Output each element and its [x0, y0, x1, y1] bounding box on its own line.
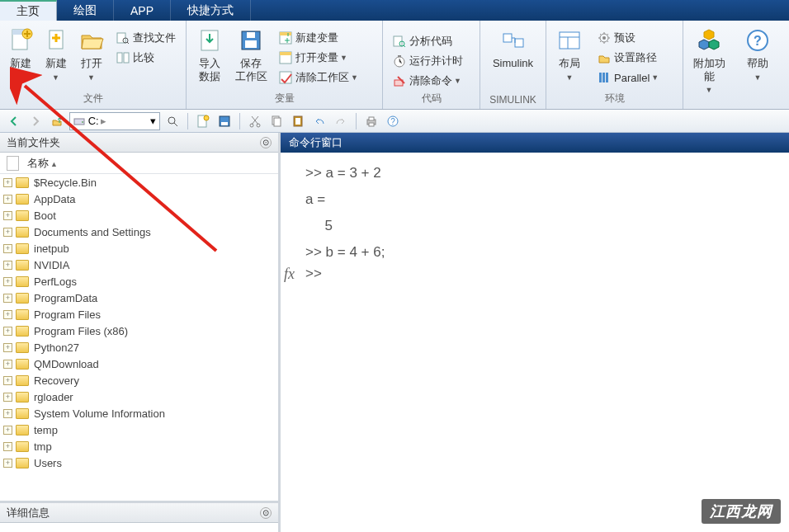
analyze-code-button[interactable]: 分析代码	[388, 32, 468, 50]
expand-icon[interactable]: +	[3, 294, 12, 303]
expand-icon[interactable]: +	[3, 459, 12, 468]
group-label-env: 环境	[546, 90, 683, 109]
folder-row[interactable]: +System Volume Information	[0, 405, 278, 421]
main-tabbar: 主页 绘图 APP 快捷方式	[0, 0, 789, 21]
folder-row[interactable]: +AppData	[0, 191, 278, 207]
expand-icon[interactable]: +	[3, 178, 12, 187]
folder-name: inetpub	[34, 242, 69, 255]
open-variable-button[interactable]: 打开变量▼	[274, 49, 363, 67]
group-label-code: 代码	[383, 90, 480, 109]
folder-name: Documents and Settings	[34, 226, 151, 238]
expand-icon[interactable]: +	[3, 360, 12, 369]
path-dropdown-icon[interactable]: ▾	[150, 115, 156, 127]
svg-rect-10	[245, 40, 257, 48]
prefs-button[interactable]: 预设	[593, 29, 664, 47]
expand-icon[interactable]: +	[3, 327, 12, 336]
save-workspace-button[interactable]: 保存 工作区	[233, 24, 269, 82]
expand-icon[interactable]: +	[3, 195, 12, 204]
tb-print-icon[interactable]	[362, 112, 380, 130]
nav-up-button[interactable]	[48, 112, 66, 130]
expand-icon[interactable]: +	[3, 277, 12, 286]
clear-workspace-button[interactable]: 清除工作区▼	[274, 68, 363, 87]
svg-rect-7	[124, 53, 129, 63]
command-line: 5	[281, 215, 789, 237]
nav-forward-button[interactable]	[26, 112, 45, 130]
expand-icon[interactable]: +	[3, 442, 12, 451]
nav-back-button[interactable]	[5, 112, 23, 130]
tb-redo-icon[interactable]	[332, 112, 350, 130]
compare-button[interactable]: 比较	[111, 49, 181, 67]
new-button[interactable]: 新建▼	[40, 24, 71, 82]
addon-button[interactable]: 附加功能▼	[688, 24, 730, 96]
expand-icon[interactable]: +	[3, 310, 12, 319]
folder-row[interactable]: +QMDownload	[0, 355, 278, 372]
expand-icon[interactable]: +	[3, 409, 12, 418]
svg-rect-47	[369, 123, 374, 126]
folder-row[interactable]: +PerfLogs	[0, 273, 278, 290]
folder-row[interactable]: +Program Files (x86)	[0, 322, 278, 339]
clear-command-button[interactable]: 清除命令▼	[388, 72, 468, 90]
folder-row[interactable]: +ProgramData	[0, 290, 278, 306]
tab-shortcut[interactable]: 快捷方式	[171, 0, 251, 21]
layout-button[interactable]: 布局▼	[551, 24, 588, 82]
tb-cut-icon[interactable]	[246, 112, 264, 130]
expand-icon[interactable]: +	[3, 244, 12, 253]
expand-icon[interactable]: +	[3, 426, 12, 435]
folder-name: QMDownload	[34, 358, 99, 370]
folder-row[interactable]: +NVIDIA	[0, 257, 278, 273]
expand-icon[interactable]: +	[3, 393, 12, 402]
group-label-file: 文件	[0, 90, 186, 109]
svg-point-33	[82, 121, 83, 123]
expand-icon[interactable]: +	[3, 228, 12, 237]
folder-row[interactable]: +Python27	[0, 339, 278, 355]
fx-icon[interactable]: fx	[284, 266, 295, 283]
path-box[interactable]: C: ▸ ▾	[69, 112, 160, 130]
parallel-button[interactable]: Parallel▼	[593, 68, 664, 87]
panel-minimize-button[interactable]: ⊙	[260, 137, 272, 148]
name-column-header[interactable]: 名称▲	[27, 156, 58, 171]
folder-name: Recovery	[34, 374, 79, 387]
tab-app[interactable]: APP	[114, 0, 171, 21]
help-button[interactable]: ? 帮助▼	[739, 24, 776, 82]
svg-point-26	[602, 36, 606, 40]
folder-row[interactable]: +rgloader	[0, 388, 278, 405]
tb-help-icon[interactable]: ?	[384, 112, 402, 130]
folder-row[interactable]: +temp	[0, 421, 278, 438]
new-script-button[interactable]: 新建 脚本	[5, 24, 35, 82]
find-files-button[interactable]: 查找文件	[111, 29, 181, 47]
tb-copy-icon[interactable]	[267, 112, 286, 130]
command-line: >> a = 3 + 2	[281, 162, 789, 184]
detail-minimize-button[interactable]: ⊙	[260, 507, 272, 519]
tab-plot[interactable]: 绘图	[57, 0, 114, 21]
folder-row[interactable]: +Documents and Settings	[0, 224, 278, 240]
folder-row[interactable]: +inetpub	[0, 240, 278, 257]
file-list[interactable]: +$Recycle.Bin+AppData+Boot+Documents and…	[0, 174, 278, 501]
folder-row[interactable]: +Recovery	[0, 372, 278, 388]
run-time-button[interactable]: 运行并计时	[388, 52, 468, 70]
folder-row[interactable]: +Users	[0, 454, 278, 471]
tab-home[interactable]: 主页	[0, 0, 57, 21]
import-data-button[interactable]: 导入 数据	[191, 24, 228, 82]
open-button[interactable]: 打开▼	[76, 24, 106, 82]
simulink-button[interactable]: Simulink	[489, 24, 538, 70]
folder-icon	[16, 260, 29, 271]
command-window[interactable]: >> a = 3 + 2a = 5>> b = 4 + 6;>> fx	[281, 153, 789, 532]
search-button[interactable]	[163, 112, 182, 130]
tb-undo-icon[interactable]	[310, 112, 328, 130]
tb-newfile-icon[interactable]	[194, 112, 212, 130]
expand-icon[interactable]: +	[3, 211, 12, 220]
expand-icon[interactable]: +	[3, 343, 12, 352]
new-variable-button[interactable]: 新建变量	[274, 29, 363, 47]
svg-rect-42	[274, 118, 281, 126]
folder-row[interactable]: +tmp	[0, 438, 278, 454]
folder-row[interactable]: +Boot	[0, 207, 278, 224]
tb-paste-icon[interactable]	[289, 112, 307, 130]
set-path-button[interactable]: 设置路径	[593, 49, 664, 67]
expand-icon[interactable]: +	[3, 376, 12, 385]
folder-name: ProgramData	[34, 292, 97, 304]
folder-icon	[16, 177, 29, 188]
expand-icon[interactable]: +	[3, 261, 12, 270]
tb-save-icon[interactable]	[215, 112, 234, 130]
folder-row[interactable]: +Program Files	[0, 306, 278, 322]
folder-row[interactable]: +$Recycle.Bin	[0, 174, 278, 191]
